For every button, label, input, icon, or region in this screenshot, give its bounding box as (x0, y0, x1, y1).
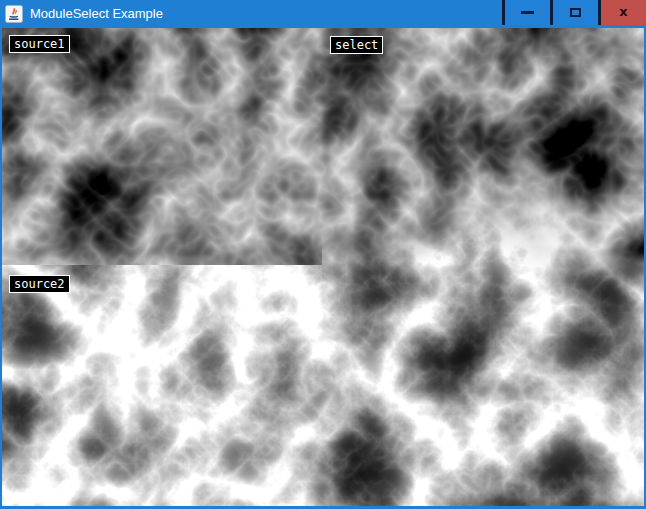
source1-label: source1 (9, 35, 70, 53)
noise-canvas (2, 28, 644, 506)
app-window: ModuleSelect Example x source1 select so… (0, 0, 646, 509)
maximize-icon (570, 8, 581, 17)
select-label: select (330, 36, 383, 54)
window-title: ModuleSelect Example (30, 0, 163, 28)
window-controls: x (502, 0, 646, 25)
maximize-button[interactable] (553, 0, 598, 25)
minimize-button[interactable] (505, 0, 550, 25)
close-icon: x (619, 5, 627, 18)
minimize-icon (521, 11, 534, 14)
titlebar[interactable]: ModuleSelect Example x (0, 0, 646, 28)
java-coffee-cup-icon (5, 5, 23, 23)
java-app-icon[interactable] (5, 5, 23, 23)
close-button[interactable]: x (601, 0, 646, 25)
noise-render-area: source1 select source2 (2, 28, 644, 506)
source2-label: source2 (9, 275, 70, 293)
